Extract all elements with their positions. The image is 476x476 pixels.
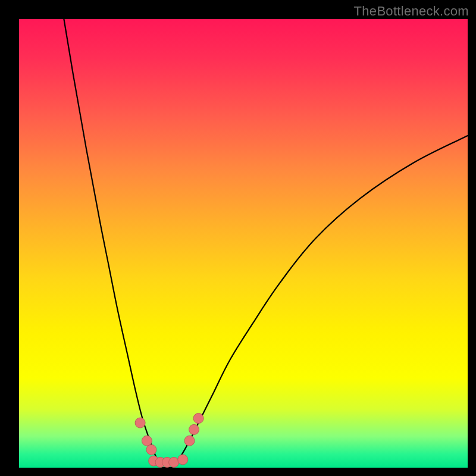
marker-point [189, 424, 199, 434]
marker-point [193, 414, 203, 424]
plot-area [19, 19, 468, 468]
curve-left-curve [64, 19, 162, 468]
bottleneck-curve [19, 19, 468, 468]
marker-point [135, 418, 145, 428]
marker-point [142, 436, 152, 446]
watermark-text: TheBottleneck.com [354, 4, 469, 19]
chart-frame: TheBottleneck.com [0, 0, 476, 476]
marker-point [178, 455, 188, 465]
curve-right-curve [171, 136, 468, 468]
marker-point [146, 444, 156, 455]
marker-point [184, 436, 195, 446]
marker-point [169, 457, 179, 467]
